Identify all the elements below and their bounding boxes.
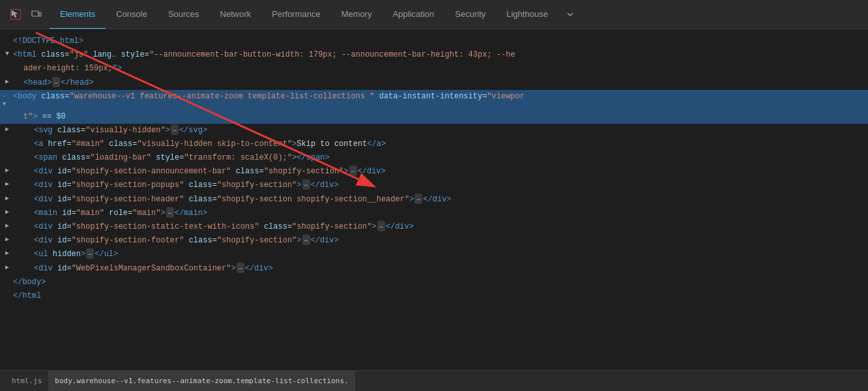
tab-sources[interactable]: Sources (158, 0, 210, 29)
svg-rect-2 (39, 12, 41, 16)
code-line-4[interactable]: … ▼ <body class="warehouse--v1 features-… (0, 90, 868, 110)
code-line-4b[interactable]: t"> == $0 (0, 110, 868, 124)
code-line-14[interactable]: ▶ <ul hidden>…</ul> (0, 248, 868, 261)
breadcrumb-bar: html.js body.warehouse--v1.features--ani… (0, 370, 868, 391)
code-line-2b[interactable]: ader-height: 159px;"> (0, 62, 868, 76)
tab-console[interactable]: Console (106, 0, 158, 29)
code-line-11[interactable]: ▶ <main id="main" role="main">…</main> (0, 207, 868, 220)
expand-10[interactable]: ▶ (3, 194, 12, 204)
tab-memory[interactable]: Memory (331, 0, 383, 29)
tab-elements[interactable]: Elements (50, 0, 106, 29)
code-line-13[interactable]: ▶ <div id="shopify-section-footer" class… (0, 234, 868, 248)
expand-14[interactable]: ▶ (3, 248, 12, 259)
expand-12[interactable]: ▶ (3, 221, 12, 231)
code-line-15[interactable]: ▶ <div id="WebPixelsManagerSandboxContai… (0, 262, 868, 276)
code-line-6[interactable]: <a href="#main" class="visually-hidden s… (0, 138, 868, 151)
elements-panel: <!DOCTYPE html> ▼ <html class="js" lang…… (0, 29, 868, 370)
expand-9[interactable]: ▶ (3, 179, 12, 190)
expand-8[interactable]: ▶ (3, 166, 12, 176)
ellipsis-head[interactable]: … (52, 77, 60, 87)
tab-network[interactable]: Network (210, 0, 262, 29)
tab-lighthouse[interactable]: Lighthouse (496, 0, 558, 29)
ellipsis-15[interactable]: … (237, 263, 244, 273)
breadcrumb-html-js[interactable]: html.js (5, 371, 48, 391)
ellipsis-10[interactable]: … (414, 194, 422, 204)
expand-4: … ▼ (3, 91, 12, 109)
breadcrumb-body-selector[interactable]: body.warehouse--v1.features--animate-zoo… (48, 371, 354, 391)
ellipsis-svg[interactable]: … (171, 124, 179, 135)
expand-13[interactable]: ▶ (3, 235, 12, 245)
code-line-10[interactable]: ▶ <div id="shopify-section-header" class… (0, 193, 868, 207)
expand-3[interactable]: ▶ (3, 77, 12, 87)
ellipsis-11[interactable]: … (166, 207, 174, 218)
code-line-5[interactable]: ▶ <svg class="visually-hidden">…</svg> (0, 124, 868, 138)
code-line-9[interactable]: ▶ <div id="shopify-section-popups" class… (0, 179, 868, 192)
tab-security[interactable]: Security (444, 0, 496, 29)
ellipsis-9[interactable]: … (302, 179, 310, 190)
code-line-8[interactable]: ▶ <div id="shopify-section-announcement-… (0, 165, 868, 179)
expand-15[interactable]: ▶ (3, 263, 12, 273)
expand-5[interactable]: ▶ (3, 124, 12, 135)
code-line-7[interactable]: <span class="loading-bar" style="transfo… (0, 151, 868, 165)
tab-application[interactable]: Application (383, 0, 445, 29)
code-line-3[interactable]: ▶ <head>…</head> (0, 76, 868, 90)
ellipsis-8[interactable]: … (349, 166, 357, 176)
svg-rect-1 (32, 11, 38, 16)
cursor-icon[interactable] (7, 5, 25, 23)
ellipsis-12[interactable]: … (377, 221, 385, 231)
devtools-icons (3, 5, 50, 23)
ellipsis-14[interactable]: … (86, 248, 94, 259)
code-line-17[interactable]: </html (0, 289, 868, 303)
code-line-16[interactable]: </body> (0, 276, 868, 289)
expand-11[interactable]: ▶ (3, 207, 12, 218)
ellipsis-13[interactable]: … (302, 235, 310, 245)
more-tabs-button[interactable] (561, 5, 579, 23)
expand-2: ▼ (3, 49, 12, 59)
device-toggle-icon[interactable] (27, 5, 46, 23)
code-line-12[interactable]: ▶ <div id="shopify-section-static-text-w… (0, 220, 868, 234)
expand-1 (3, 35, 12, 46)
tab-performance[interactable]: Performance (261, 0, 330, 29)
code-line-2[interactable]: ▼ <html class="js" lang… style="--announ… (0, 48, 868, 62)
code-line-1[interactable]: <!DOCTYPE html> (0, 35, 868, 48)
tab-bar: Elements Console Sources Network Perform… (0, 0, 868, 29)
